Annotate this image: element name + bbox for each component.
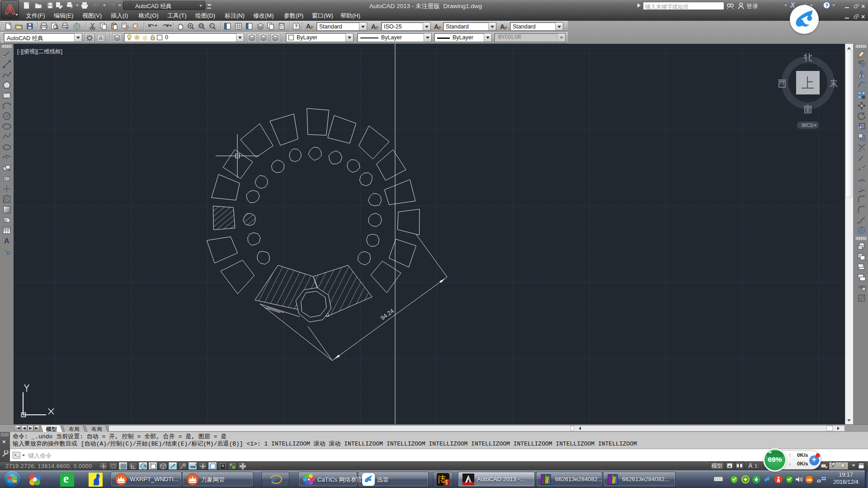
- svg-text:?: ?: [295, 23, 298, 29]
- svg-text:WCS: WCS: [802, 122, 813, 128]
- svg-text:A: A: [4, 237, 9, 245]
- svg-text:?: ?: [825, 3, 828, 8]
- svg-text:A: A: [306, 23, 311, 30]
- svg-text:1:: 1:: [755, 463, 759, 469]
- svg-text:94.24: 94.24: [379, 307, 395, 321]
- svg-text:A: A: [500, 23, 505, 30]
- svg-text:A: A: [5, 2, 15, 17]
- svg-text:A: A: [371, 23, 376, 30]
- svg-text:A: A: [434, 23, 439, 30]
- svg-text:[-][俯视][二维线框]: [-][俯视][二维线框]: [17, 48, 62, 55]
